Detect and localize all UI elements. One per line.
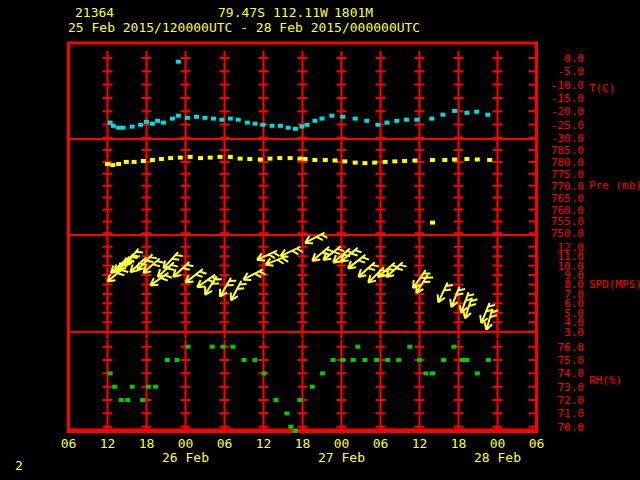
temperature-tick-label: -30.0	[551, 132, 584, 145]
hour-label: 12	[412, 436, 428, 451]
right-axis-labels: 0.0-5.0-10.0-15.0-20.0-25.0-30.0T(C)785.…	[529, 52, 640, 434]
hour-label: 18	[451, 436, 467, 451]
relative_humidity-tick-label: 74.0	[558, 367, 585, 380]
pressure-unit-label: Pre (mb)	[589, 179, 640, 192]
timeseries-plot: 0.0-5.0-10.0-15.0-20.0-25.0-30.0T(C)785.…	[0, 0, 640, 480]
temperature-tick-label: -15.0	[551, 92, 584, 105]
hour-label: 12	[256, 436, 272, 451]
date-label: 27 Feb	[318, 450, 365, 465]
hour-label: 00	[178, 436, 194, 451]
station-timeseries-screen: 21364 79.47S 112.11W 1801M 25 Feb 2015/1…	[0, 0, 640, 480]
hour-label: 06	[529, 436, 545, 451]
relative_humidity-tick-label: 72.0	[558, 394, 585, 407]
hour-label: 06	[373, 436, 389, 451]
hour-label: 18	[139, 436, 155, 451]
hour-label: 00	[334, 436, 350, 451]
temperature-tick-label: -25.0	[551, 119, 584, 132]
relative_humidity-tick-label: 73.0	[558, 381, 585, 394]
temperature-tick-label: 0.0	[564, 52, 584, 65]
wind_speed-tick-label: 3.0	[564, 326, 584, 339]
hour-label: 06	[61, 436, 77, 451]
temperature-unit-label: T(C)	[589, 82, 616, 95]
relative_humidity-tick-label: 71.0	[558, 407, 585, 420]
relative_humidity-tick-label: 76.0	[558, 341, 585, 354]
date-label: 28 Feb	[474, 450, 521, 465]
wind_speed-unit-label: SPD(MPS)	[589, 278, 640, 291]
relative_humidity-series	[108, 345, 491, 433]
date-label: 26 Feb	[162, 450, 209, 465]
relative_humidity-tick-label: 75.0	[558, 354, 585, 367]
relative_humidity-tick-label: 70.0	[558, 421, 585, 434]
hour-label: 12	[100, 436, 116, 451]
temperature-tick-label: -10.0	[551, 79, 584, 92]
temperature-tick-label: -5.0	[558, 65, 585, 78]
hour-label: 18	[295, 436, 311, 451]
temperature-tick-label: -20.0	[551, 105, 584, 118]
pressure-tick-label: 750.0	[551, 227, 584, 240]
hour-label: 00	[490, 436, 506, 451]
time-axis-labels: 0612180006121800061218000626 Feb27 Feb28…	[61, 436, 545, 465]
pressure-series	[105, 155, 492, 225]
hour-label: 06	[217, 436, 233, 451]
relative_humidity-unit-label: RH(%)	[589, 374, 622, 387]
grid-marks	[103, 51, 503, 434]
